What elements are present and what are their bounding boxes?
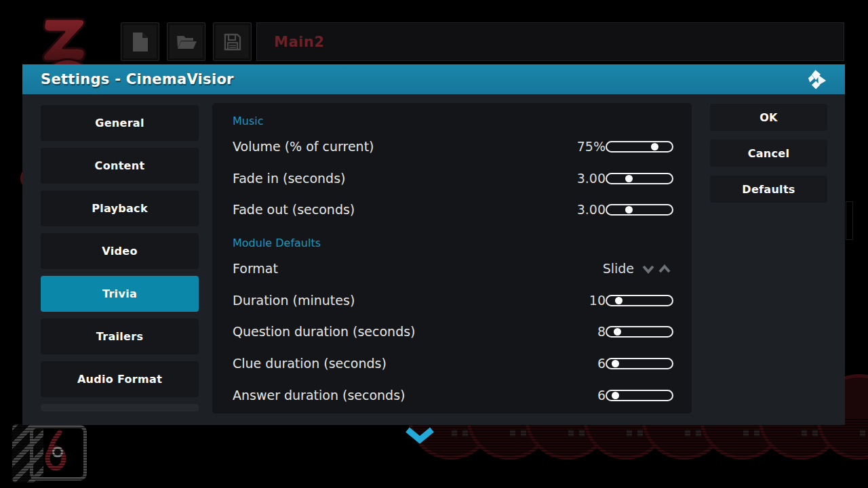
duration-slider[interactable] [606,295,673,306]
setting-value: 3.00 [545,202,606,217]
sidebar-item-trailers[interactable]: Trailers [41,319,199,354]
ok-button-label: OK [760,111,778,124]
sidebar-item-partial[interactable] [41,404,199,411]
defaults-button[interactable]: Defaults [710,176,827,203]
slider-knob[interactable] [625,175,633,182]
setting-row-duration[interactable]: Duration (minutes) 10 [212,287,692,314]
sidebar-item-content[interactable]: Content [41,148,199,184]
settings-dialog: Settings - CinemaVisior General Content … [22,64,845,425]
setting-label: Answer duration (seconds) [233,388,406,403]
setting-label: Question duration (seconds) [233,324,416,339]
save-icon [223,33,242,52]
new-file-icon [132,32,149,52]
setting-label: Format [233,261,278,276]
slider-knob[interactable] [615,297,623,304]
settings-panel: Music Volume (% of current) 75% Fade in … [212,103,692,413]
setting-value: 6 [545,356,606,371]
slider-knob[interactable] [612,360,619,367]
scroll-down-indicator[interactable] [404,427,435,445]
new-file-button[interactable] [121,22,159,61]
fade-out-slider[interactable] [606,204,673,216]
background-art-box [846,201,853,240]
question-duration-slider[interactable] [606,326,673,338]
sidebar-item-label: General [95,117,144,129]
setting-row-fade-out[interactable]: Fade out (seconds) 3.00 [212,197,692,224]
cancel-button[interactable]: Cancel [710,140,827,167]
section-header-module-defaults: Module Defaults [233,237,321,250]
setting-value: 6 [545,388,606,403]
setting-value: 3.00 [545,171,606,186]
cancel-button-label: Cancel [748,147,790,160]
kodi-logo-icon [807,69,827,89]
eye-dot-art [52,447,63,458]
section-header-music: Music [233,115,264,128]
fade-in-slider[interactable] [606,173,673,184]
setting-value: 8 [545,324,606,339]
setting-label: Fade in (seconds) [233,171,345,186]
setting-row-format[interactable]: Format Slide [212,256,692,283]
setting-row-fade-in[interactable]: Fade in (seconds) 3.00 [212,165,692,192]
setting-value: 10 [545,293,606,308]
sidebar-item-trivia[interactable]: Trivia [41,276,199,312]
save-button-toolbar[interactable] [213,22,252,61]
setting-label: Clue duration (seconds) [233,356,387,371]
answer-duration-slider[interactable] [606,390,673,401]
slider-knob[interactable] [612,392,619,399]
dialog-title: Settings - CinemaVisior [22,71,234,87]
playlist-name-text: Main2 [257,34,324,50]
playlist-name-field[interactable]: Main2 [256,22,844,61]
setting-value: 75% [545,139,606,154]
setting-label: Fade out (seconds) [233,202,355,217]
ok-button[interactable]: OK [710,104,827,131]
sidebar-item-label: Audio Format [77,373,162,386]
setting-label: Duration (minutes) [233,293,355,308]
chevron-up-icon[interactable] [657,262,672,277]
sidebar-item-label: Trailers [96,330,143,343]
setting-row-volume[interactable]: Volume (% of current) 75% [212,134,692,161]
open-folder-button[interactable] [167,22,205,61]
setting-label: Volume (% of current) [233,139,374,154]
slider-knob[interactable] [651,143,658,150]
sidebar-item-label: Playback [92,202,148,215]
sidebar-item-label: Content [95,159,145,172]
slider-knob[interactable] [625,206,633,214]
format-spinner[interactable] [641,262,673,277]
open-folder-icon [176,33,197,51]
setting-row-answer-duration[interactable]: Answer duration (seconds) 6 [212,382,692,409]
sidebar-item-video[interactable]: Video [41,233,199,269]
setting-row-question-duration[interactable]: Question duration (seconds) 8 [212,319,692,346]
sidebar-item-audio-format[interactable]: Audio Format [41,361,199,397]
sidebar-item-label: Trivia [102,287,137,300]
defaults-button-label: Defaults [742,183,795,196]
sidebar-item-label: Video [102,245,137,258]
chevron-down-icon[interactable] [641,262,656,277]
sidebar-item-playback[interactable]: Playback [41,190,199,226]
dialog-titlebar: Settings - CinemaVisior [22,64,845,94]
clue-duration-slider[interactable] [606,358,673,369]
screen: Main2 Settings - CinemaVisior [0,0,868,488]
zoom-player-logo [37,16,92,64]
sidebar-item-general[interactable]: General [41,105,199,141]
slider-knob[interactable] [614,328,621,336]
setting-row-clue-duration[interactable]: Clue duration (seconds) 6 [212,350,692,378]
setting-value: Slide [603,261,634,276]
film-reel-dashes [434,430,868,436]
volume-slider[interactable] [606,141,673,152]
